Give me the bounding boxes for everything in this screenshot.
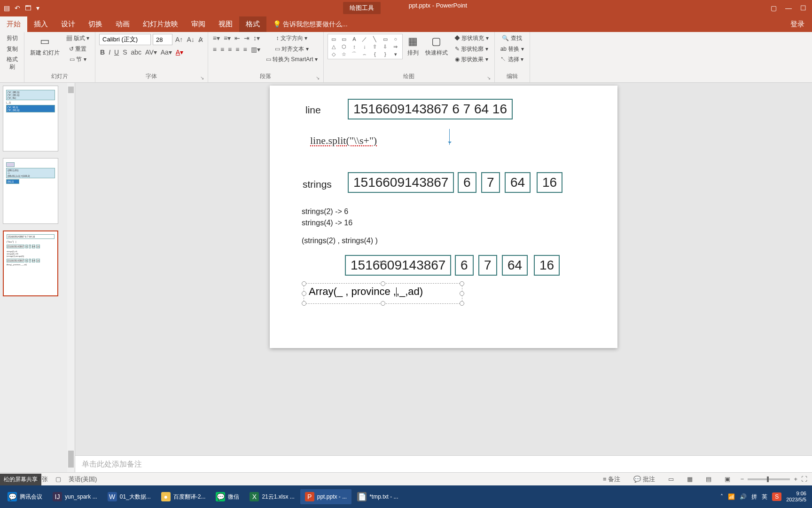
outdent-icon[interactable]: ⇤	[234, 34, 241, 42]
ribbon-options-icon[interactable]: ▢	[771, 4, 777, 12]
file-menu-icon[interactable]: ▤	[4, 4, 10, 12]
text-direction-button[interactable]: ↕ 文字方向 ▾	[264, 34, 320, 43]
qat-more-icon[interactable]: ▾	[36, 4, 39, 12]
numbering-icon[interactable]: ≡▾	[223, 34, 232, 42]
para-dialog-icon[interactable]: ↘	[316, 75, 320, 80]
view-sorter-icon[interactable]: ▦	[684, 475, 695, 484]
select-button[interactable]: ↖ 选择 ▾	[499, 55, 526, 64]
clear-format-icon[interactable]: A̷	[197, 35, 204, 44]
drawing-dialog-icon[interactable]: ↘	[487, 75, 491, 80]
notes-toggle[interactable]: ≡ 备注	[600, 474, 623, 484]
view-normal-icon[interactable]: ▭	[665, 475, 677, 484]
shape-outline-button[interactable]: ✎ 形状轮廓 ▾	[453, 45, 491, 54]
font-color-icon[interactable]: A▾	[175, 48, 184, 56]
replace-button[interactable]: ab 替换 ▾	[499, 45, 526, 54]
resize-handle[interactable]	[302, 301, 306, 306]
view-slideshow-icon[interactable]: ▣	[722, 475, 733, 484]
resize-handle[interactable]	[460, 281, 464, 286]
resize-handle[interactable]	[302, 291, 306, 296]
shape-fill-button[interactable]: ◆ 形状填充 ▾	[453, 34, 491, 43]
justify-icon[interactable]: ≡	[234, 45, 240, 54]
tab-slideshow[interactable]: 幻灯片放映	[136, 16, 185, 32]
language-indicator[interactable]: 英语(美国)	[69, 475, 97, 484]
login-button[interactable]: 登录	[783, 16, 812, 32]
tab-design[interactable]: 设计	[55, 16, 82, 32]
notes-pane[interactable]: 单击此处添加备注	[75, 455, 812, 472]
find-button[interactable]: 🔍 查找	[499, 34, 526, 43]
smartart-button[interactable]: ▭ 转换为 SmartArt ▾	[264, 55, 320, 64]
section-button[interactable]: ▭ 节 ▾	[64, 55, 91, 64]
tab-review[interactable]: 审阅	[185, 16, 212, 32]
slide-thumbnail[interactable]: ((88,1),81)->(88+81,1+1) =(169,2) (91,1)	[3, 158, 58, 224]
taskbar-item[interactable]: W01_大数据...	[103, 489, 156, 504]
taskbar-item[interactable]: Pppt.pptx - ...	[300, 489, 351, 504]
thumbnails-scrollbar[interactable]	[67, 83, 75, 472]
zoom-out-icon[interactable]: −	[741, 476, 744, 483]
layout-button[interactable]: ▦ 版式 ▾	[64, 34, 91, 43]
reset-button[interactable]: ↺ 重置	[64, 45, 91, 54]
font-dialog-icon[interactable]: ↘	[200, 75, 204, 80]
zoom-control[interactable]: − + ⛶	[741, 476, 807, 483]
new-slide-button[interactable]: ▭新建 幻灯片	[28, 34, 62, 57]
tray-volume-icon[interactable]: 🔊	[740, 493, 747, 500]
resize-handle[interactable]	[302, 281, 306, 286]
tray-chevron-icon[interactable]: ˄	[720, 493, 723, 500]
slide-thumbnail[interactable]: ("a", (88,1))("b", (95,1))("a", 81) (_,1…	[3, 86, 58, 151]
tray-ime-lang[interactable]: 英	[762, 493, 767, 501]
taskbar-clock[interactable]: 9:06 2023/5/5	[786, 491, 809, 503]
tab-transition[interactable]: 切换	[82, 16, 109, 32]
taskbar-item[interactable]: 📄*tmp.txt - ...	[352, 489, 403, 504]
taskbar-item[interactable]: X21云1.xlsx ...	[245, 489, 299, 504]
bullets-icon[interactable]: ≡▾	[212, 34, 221, 42]
slide-thumbnail-active[interactable]: 1516609143867 6 7 64 16 ("\\s+") | 15166…	[3, 230, 58, 296]
align-text-button[interactable]: ▭ 对齐文本 ▾	[264, 45, 320, 54]
bold-icon[interactable]: B	[99, 48, 106, 56]
redo-icon[interactable]: 🗔	[25, 4, 31, 12]
resize-handle[interactable]	[381, 281, 385, 286]
spellcheck-icon[interactable]: ▢	[55, 476, 61, 483]
slide-canvas[interactable]: line 1516609143867 6 7 64 16 line.split(…	[270, 86, 617, 348]
align-right-icon[interactable]: ≡	[227, 45, 233, 54]
italic-icon[interactable]: I	[108, 48, 111, 56]
tab-view[interactable]: 视图	[212, 16, 239, 32]
tray-network-icon[interactable]: 📶	[728, 493, 735, 500]
format-painter-button[interactable]: 格式刷	[4, 55, 20, 71]
tab-insert[interactable]: 插入	[27, 16, 55, 32]
resize-handle[interactable]	[460, 301, 464, 306]
shadow-icon[interactable]: abc	[130, 48, 143, 56]
arrange-button[interactable]: ▦排列	[406, 34, 421, 57]
cut-button[interactable]: 剪切	[4, 34, 20, 43]
shapes-gallery[interactable]: ▭▭A／╲▭○ △⬡↕↓⇧⇩⇒ ◇☆⌒⌢{}▾	[328, 34, 403, 59]
tab-animation[interactable]: 动画	[109, 16, 136, 32]
fit-window-icon[interactable]: ⛶	[801, 476, 807, 483]
slide-canvas-area[interactable]: line 1516609143867 6 7 64 16 line.split(…	[75, 83, 812, 455]
align-center-icon[interactable]: ≡	[219, 45, 225, 54]
strike-icon[interactable]: S	[122, 48, 128, 56]
columns-icon[interactable]: ▥▾	[250, 45, 261, 54]
maximize-icon[interactable]: ☐	[800, 4, 806, 12]
tray-ime-pin[interactable]: 拼	[751, 493, 757, 501]
line-spacing-icon[interactable]: ↕▾	[252, 34, 261, 42]
font-name-input[interactable]	[99, 34, 151, 45]
copy-button[interactable]: 复制	[4, 45, 20, 54]
comments-toggle[interactable]: 💬 批注	[631, 474, 658, 484]
undo-icon[interactable]: ↶	[15, 4, 20, 12]
taskbar-item[interactable]: IJyun_spark ...	[48, 489, 102, 504]
resize-handle[interactable]	[460, 291, 464, 296]
indent-icon[interactable]: ⇥	[243, 34, 250, 42]
char-spacing-icon[interactable]: AV▾	[144, 48, 158, 56]
resize-handle[interactable]	[381, 301, 385, 306]
tab-start[interactable]: 开始	[0, 16, 27, 32]
shrink-font-icon[interactable]: A↓	[186, 35, 195, 44]
font-size-input[interactable]	[153, 34, 172, 45]
tell-me-search[interactable]: 告诉我您想要做什么...	[266, 17, 354, 32]
distribute-icon[interactable]: ≡	[242, 45, 248, 54]
taskbar-item[interactable]: 💬腾讯会议	[3, 489, 47, 504]
selected-textbox[interactable]: Array(_ , province ,,_,ad)	[304, 283, 462, 304]
taskbar-item[interactable]: ●百度翻译-2...	[156, 489, 211, 504]
view-reading-icon[interactable]: ▤	[703, 475, 714, 484]
minimize-icon[interactable]: —	[785, 4, 792, 12]
grow-font-icon[interactable]: A↑	[174, 35, 184, 44]
textbox-content[interactable]: Array(_ , province ,,_,ad)	[304, 284, 462, 300]
taskbar-item[interactable]: 💬微信	[211, 489, 244, 504]
